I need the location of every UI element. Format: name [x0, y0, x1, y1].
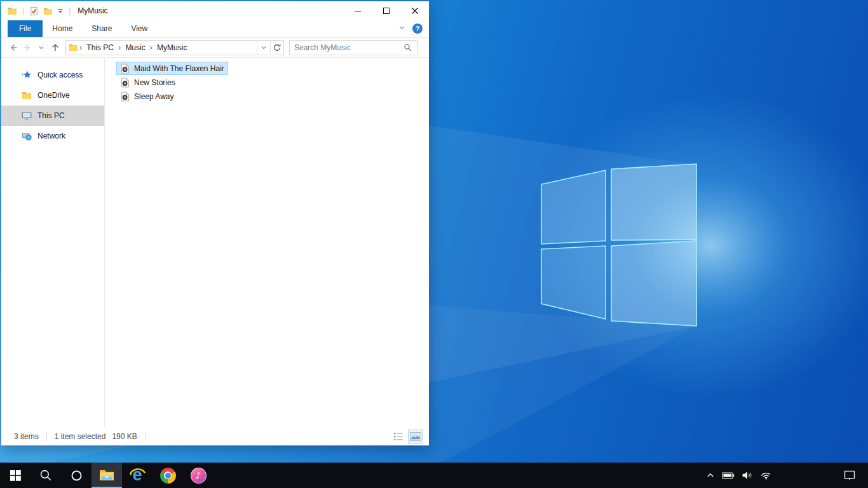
file-list[interactable]: Maid With The Flaxen Hair New Stories Sl… [105, 58, 429, 427]
audio-file-icon [120, 92, 130, 102]
sidebar-item-this-pc[interactable]: This PC [1, 105, 104, 126]
search-button[interactable] [31, 463, 61, 488]
search-magnifier-icon[interactable] [403, 43, 412, 52]
search-input[interactable] [294, 43, 403, 52]
tab-home[interactable]: Home [43, 20, 82, 37]
breadcrumb-separator: › [79, 43, 83, 51]
hidden-icons-chevron-icon[interactable] [706, 471, 715, 479]
internet-explorer-button[interactable]: e [122, 463, 153, 488]
address-folder-icon[interactable] [69, 43, 78, 52]
large-thumbnails-view-button[interactable] [408, 430, 423, 444]
this-pc-monitor-icon [22, 111, 32, 121]
onedrive-folder-icon [22, 90, 32, 100]
status-divider [145, 431, 146, 441]
close-button[interactable] [400, 1, 429, 20]
recent-locations-chevron-icon[interactable] [34, 40, 48, 55]
status-selection-size: 190 KB [112, 432, 137, 441]
breadcrumb-separator: › [118, 43, 121, 51]
file-explorer-window: | | MyMusic [1, 1, 429, 445]
up-arrow-icon[interactable] [48, 40, 62, 55]
window-title: MyMusic [78, 6, 107, 15]
breadcrumb-mymusic[interactable]: MyMusic [154, 43, 190, 52]
action-center-button[interactable] [844, 463, 855, 488]
title-bar[interactable]: | | MyMusic [1, 1, 429, 20]
magnifier-icon [39, 469, 52, 482]
address-bar[interactable]: › This PC › Music › MyMusic [65, 40, 284, 55]
file-item-maid-with-the-flaxen-hair[interactable]: Maid With The Flaxen Hair [116, 62, 228, 75]
file-name: New Stories [134, 78, 175, 87]
sidebar-item-label: OneDrive [37, 91, 70, 100]
customize-quick-access-chevron-icon[interactable] [57, 8, 64, 14]
status-divider [46, 431, 47, 441]
volume-icon[interactable] [742, 471, 753, 480]
wifi-icon[interactable] [760, 471, 771, 480]
file-name: Maid With The Flaxen Hair [134, 64, 224, 73]
sidebar-item-label: This PC [37, 111, 65, 120]
details-view-button[interactable] [391, 430, 406, 444]
refresh-icon[interactable] [270, 41, 283, 55]
start-button[interactable] [0, 463, 31, 488]
status-items-count: 3 items [14, 432, 39, 441]
tab-file[interactable]: File [8, 20, 43, 37]
ribbon-tab-bar: File Home Share View ? [1, 20, 429, 37]
sidebar-item-onedrive[interactable]: OneDrive [1, 85, 104, 105]
address-dropdown-chevron-icon[interactable] [257, 41, 270, 55]
titlebar-separator: | [22, 6, 24, 15]
minimize-button[interactable] [343, 1, 372, 20]
properties-icon[interactable] [29, 6, 39, 16]
file-explorer-folder-icon [98, 468, 115, 483]
window-controls [343, 1, 429, 20]
status-bar: 3 items 1 item selected 190 KB [1, 427, 429, 445]
file-name: Sleep Away [134, 92, 174, 101]
sidebar-item-label: Network [37, 132, 65, 140]
tab-share[interactable]: Share [82, 20, 121, 37]
quick-access-star-icon [22, 70, 32, 80]
quick-access-toolbar: | | [7, 6, 71, 16]
audio-file-icon [120, 78, 130, 88]
breadcrumb: › This PC › Music › MyMusic [66, 41, 257, 55]
chrome-wheel-icon [160, 468, 176, 484]
navigation-toolbar: › This PC › Music › MyMusic [1, 37, 429, 58]
back-arrow-icon[interactable] [6, 40, 20, 55]
sidebar-item-label: Quick access [37, 71, 83, 79]
desktop-wallpaper: | | MyMusic [0, 0, 868, 488]
audio-file-icon [120, 64, 130, 74]
sidebar-item-quick-access[interactable]: Quick access [1, 65, 104, 85]
battery-icon[interactable] [722, 472, 735, 479]
help-icon[interactable]: ? [412, 24, 423, 34]
tab-view[interactable]: View [121, 20, 157, 37]
navigation-pane: Quick access OneDrive This PC [1, 58, 105, 427]
explorer-folder-icon [7, 6, 17, 16]
file-item-sleep-away[interactable]: Sleep Away [116, 90, 178, 103]
new-folder-icon[interactable] [43, 6, 53, 16]
windows-logo-icon [10, 470, 21, 481]
breadcrumb-music[interactable]: Music [122, 43, 148, 52]
titlebar-separator: | [69, 6, 71, 15]
expand-ribbon-chevron-icon[interactable] [398, 24, 405, 33]
search-box[interactable] [289, 40, 417, 55]
sidebar-item-network[interactable]: Network [1, 126, 104, 146]
breadcrumb-this-pc[interactable]: This PC [83, 43, 117, 52]
system-tray [706, 463, 771, 488]
status-selection-count: 1 item selected [55, 432, 106, 441]
network-computer-icon [22, 131, 32, 141]
breadcrumb-separator: › [149, 43, 153, 51]
cortana-button[interactable] [61, 463, 92, 488]
ie-halo-icon [128, 467, 146, 485]
forward-arrow-icon[interactable] [20, 40, 34, 55]
maximize-button[interactable] [372, 1, 400, 20]
action-center-bubble-icon [844, 470, 855, 480]
file-item-new-stories[interactable]: New Stories [116, 76, 179, 89]
itunes-button[interactable]: ♪ [183, 463, 214, 488]
music-note-circle-icon: ♪ [191, 468, 207, 484]
chrome-button[interactable] [153, 463, 183, 488]
taskbar: e ♪ [0, 463, 868, 488]
file-explorer-taskbar-button[interactable] [92, 463, 122, 488]
cortana-circle-icon [71, 470, 83, 482]
